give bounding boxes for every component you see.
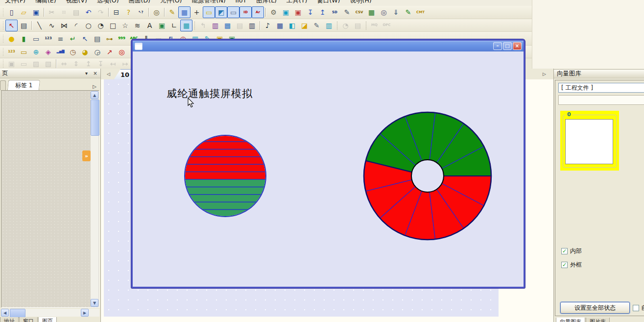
panel-collapse-icon[interactable]: ▾ <box>83 70 90 77</box>
offline-simulation-icon[interactable]: ▣ <box>292 6 304 18</box>
clock-display-icon[interactable]: ◶ <box>91 46 103 58</box>
library-tab-2[interactable]: 图片库 <box>586 318 610 322</box>
close-button[interactable]: × <box>513 42 522 50</box>
select-cursor-icon[interactable]: ↖ <box>5 20 18 31</box>
edit-data-icon[interactable]: ✎ <box>341 6 353 18</box>
simulation-titlebar[interactable]: – □ × <box>133 41 524 51</box>
rect-tool-icon[interactable]: □ <box>107 20 119 31</box>
maximize-button[interactable]: □ <box>503 42 512 50</box>
menu-item-5[interactable]: 画面(D) <box>124 0 155 5</box>
horizontal-scrollbar[interactable]: ◀ ▶ <box>1 309 99 317</box>
line-tool-icon[interactable]: ╲ <box>33 20 46 31</box>
window-copy-icon[interactable]: ▭ <box>203 6 215 18</box>
tab-label-1[interactable]: 标签 1 <box>7 80 41 90</box>
new-file-icon[interactable]: ▯ <box>5 6 18 18</box>
scroll-down-button[interactable]: ▼ <box>91 299 98 307</box>
undo-icon[interactable]: ↶ <box>82 6 95 18</box>
screen-tab-prev-icon[interactable]: ◁ <box>105 70 112 77</box>
auto-checkbox[interactable] <box>633 305 639 311</box>
online-simulation-icon[interactable]: ▣ <box>280 6 292 18</box>
help-icon[interactable]: ? <box>122 6 135 18</box>
toggle-id-icon[interactable]: ID <box>239 6 252 18</box>
context-help-icon[interactable]: ↖? <box>135 6 147 18</box>
dock-tab-2[interactable]: 窗口 <box>19 317 38 322</box>
menu-item-12[interactable]: 说明(H) <box>345 0 377 5</box>
scroll-right-button[interactable]: ▶ <box>81 309 89 317</box>
vertical-scroll-thumb[interactable] <box>91 99 99 136</box>
dock-tab-1[interactable]: 地址 <box>0 317 19 322</box>
corner-tool-icon[interactable]: ∟ <box>168 20 180 31</box>
label-lib-icon[interactable]: ◪ <box>298 20 310 31</box>
library-filter-input[interactable] <box>558 95 644 105</box>
menu-item-6[interactable]: 元件(O) <box>155 0 187 5</box>
group-lib-icon[interactable]: ▥ <box>246 20 258 31</box>
print-icon[interactable]: ⊟ <box>110 6 122 18</box>
bar-graph-icon[interactable]: ▂▅▇ <box>54 46 67 58</box>
pie-display-icon[interactable]: ◕ <box>79 46 91 58</box>
scheduler-icon[interactable]: ▦ <box>274 20 286 31</box>
polygon-tool-icon[interactable]: ☆ <box>119 20 131 31</box>
library-marker-icon[interactable]: » <box>82 150 91 161</box>
frame-checkbox[interactable]: ✓ <box>561 262 568 268</box>
window-layers-icon[interactable]: ◩ <box>215 6 227 18</box>
key-object-icon[interactable]: ⊶ <box>103 33 116 45</box>
save-project-icon[interactable]: ▣ <box>30 6 42 18</box>
meter-display-icon[interactable]: ◷ <box>67 46 79 58</box>
pie-tool-icon[interactable]: ◔ <box>95 20 107 31</box>
flow-block-icon[interactable]: ◈ <box>42 46 54 58</box>
vertical-scrollbar[interactable]: ▲ ▼ <box>91 91 98 307</box>
screen-tab-next-icon[interactable]: ▷ <box>541 70 548 77</box>
download-icon[interactable]: ↧ <box>304 6 316 18</box>
toggle-ar-icon[interactable]: Ar <box>252 6 264 18</box>
snap-icon[interactable]: + <box>191 6 203 18</box>
apply-all-states-button[interactable]: 设置至全部状态 <box>560 302 630 314</box>
menu-item-8[interactable]: IIoT <box>231 0 252 5</box>
recipe-editor-icon[interactable]: ▦ <box>365 6 378 18</box>
numeric-display-icon[interactable]: 999 <box>116 33 128 45</box>
text-tool-icon[interactable]: A <box>143 20 156 31</box>
bit-lamp-icon[interactable]: ● <box>5 33 18 45</box>
multi-state-icon[interactable]: ≡ <box>54 33 67 45</box>
text-editor-icon[interactable]: ✎ <box>310 20 323 31</box>
picture-manager-icon[interactable]: ▩ <box>221 20 234 31</box>
toggle-switch-icon[interactable]: ▭ <box>30 33 42 45</box>
object-list-icon[interactable]: ▤ <box>18 20 30 31</box>
grid-tool-icon[interactable]: ▦ <box>180 20 192 31</box>
usb-download-icon[interactable]: ⇓ <box>390 6 402 18</box>
word-lamp-icon[interactable]: ▮ <box>18 33 30 45</box>
system-tools-icon[interactable]: ⚙ <box>267 6 280 18</box>
dock-tab-3[interactable]: 图页 <box>38 317 57 322</box>
csv-export-icon[interactable]: CSV <box>353 6 365 18</box>
menu-item-10[interactable]: 工具(T) <box>282 0 312 5</box>
scale-tool-icon[interactable]: ≋ <box>131 20 143 31</box>
screen-jump-icon[interactable]: ↖ <box>79 33 91 45</box>
find-icon[interactable]: ◎ <box>150 6 163 18</box>
scroll-left-button[interactable]: ◀ <box>1 309 9 317</box>
simulation-screen[interactable]: 威纶通触摸屏模拟 <box>133 51 524 287</box>
simulation-window[interactable]: – □ × 威纶通触摸屏模拟 <box>131 39 525 288</box>
data-search-icon[interactable]: ◎ <box>378 6 390 18</box>
menu-item-4[interactable]: 选项(O) <box>92 0 124 5</box>
sound-lib-icon[interactable]: ♪ <box>262 20 274 31</box>
open-project-icon[interactable]: ▱ <box>18 6 30 18</box>
upload-icon[interactable]: ↥ <box>316 6 329 18</box>
numeric-tag-icon[interactable]: 123 <box>5 46 18 58</box>
string-table-icon[interactable]: ◧ <box>286 20 298 31</box>
horizontal-scroll-thumb[interactable] <box>10 309 25 318</box>
arc-tool-icon[interactable]: ◜ <box>70 20 82 31</box>
library-item-0[interactable]: 0 <box>560 111 619 171</box>
menu-item-11[interactable]: 窗口(W) <box>312 0 345 5</box>
bezier-tool-icon[interactable]: ∿ <box>46 20 58 31</box>
checkbox-row-internal[interactable]: ✓ 内部 <box>561 247 582 255</box>
minimize-button[interactable]: – <box>493 42 502 50</box>
trend-display-icon[interactable]: ↗ <box>103 46 116 58</box>
auto-checkbox-row[interactable]: 自 <box>633 304 644 312</box>
moving-shape-icon[interactable]: ⊕ <box>30 46 42 58</box>
polyline-tool-icon[interactable]: ⋈ <box>58 20 70 31</box>
partial-tab[interactable] <box>0 80 6 90</box>
library-select[interactable]: [ 工程文件 ] <box>558 83 644 93</box>
picture-tool-icon[interactable]: ▣ <box>156 20 168 31</box>
text-tag-icon[interactable]: ▭ <box>18 46 30 58</box>
tank-lib-icon[interactable]: ▥ <box>323 20 335 31</box>
label-comment-icon[interactable]: ▭ <box>227 6 239 18</box>
